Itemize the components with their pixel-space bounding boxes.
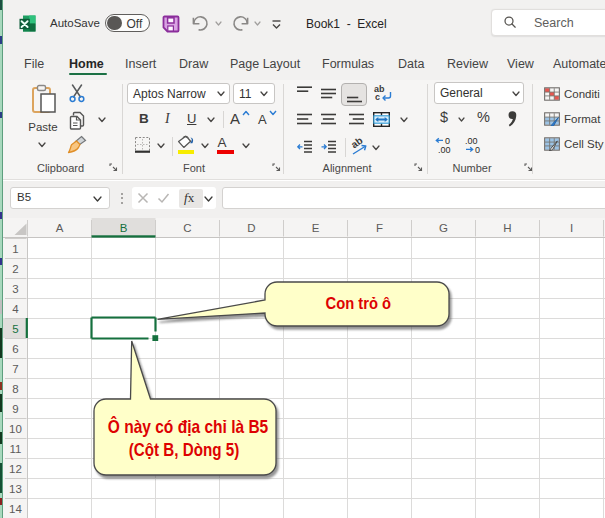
- svg-text:6: 6: [12, 343, 18, 355]
- svg-text:0: 0: [475, 145, 480, 154]
- svg-text:2: 2: [12, 263, 18, 275]
- svg-text:10: 10: [9, 423, 22, 435]
- svg-text:I: I: [570, 222, 573, 234]
- svg-text:E: E: [312, 222, 320, 234]
- svg-text:7: 7: [12, 363, 18, 375]
- svg-text:F: F: [376, 222, 383, 234]
- svg-text:14: 14: [9, 503, 22, 515]
- svg-text:(Cột B, Dòng 5): (Cột B, Dòng 5): [129, 439, 240, 460]
- svg-text:5: 5: [12, 323, 18, 335]
- svg-text:Ô này có địa chỉ là B5: Ô này có địa chỉ là B5: [108, 416, 269, 437]
- svg-text:C: C: [183, 222, 191, 234]
- svg-text:4: 4: [12, 303, 19, 315]
- svg-text:H: H: [503, 222, 511, 234]
- svg-text:12: 12: [9, 463, 22, 475]
- svg-text:Con trỏ ô: Con trỏ ô: [326, 295, 392, 312]
- svg-text:8: 8: [12, 383, 18, 395]
- svg-text:9: 9: [12, 403, 18, 415]
- svg-text:D: D: [247, 222, 255, 234]
- svg-text:G: G: [439, 222, 448, 234]
- svg-text:13: 13: [9, 483, 22, 495]
- svg-text:11: 11: [10, 443, 22, 455]
- svg-text:1: 1: [12, 243, 18, 255]
- svg-text:B: B: [120, 222, 128, 234]
- svg-text:A: A: [56, 222, 64, 234]
- svg-text:3: 3: [12, 283, 18, 295]
- svg-text:.00: .00: [438, 145, 451, 154]
